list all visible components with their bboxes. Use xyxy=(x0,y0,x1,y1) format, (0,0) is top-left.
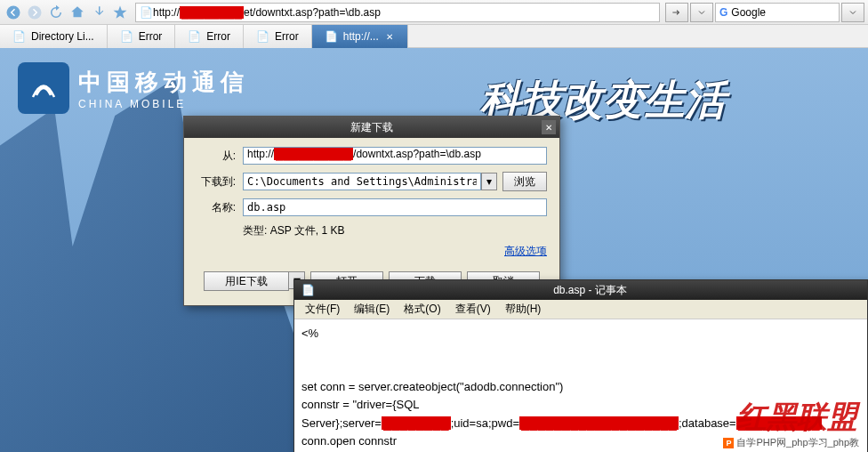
search-engine: Google xyxy=(731,6,766,19)
advanced-link[interactable]: 高级选项 xyxy=(197,244,547,259)
menu-format[interactable]: 格式(O) xyxy=(398,300,446,319)
page-icon: 📄 xyxy=(120,30,133,43)
tab-directory[interactable]: 📄Directory Li... xyxy=(0,25,108,48)
name-label: 名称: xyxy=(197,200,236,215)
url-prefix: http:// xyxy=(153,6,180,19)
google-icon: G xyxy=(719,6,727,19)
page-icon: 📄 xyxy=(325,30,338,43)
watermark-stamp: 红黑联盟 xyxy=(736,397,857,438)
config-button[interactable] xyxy=(690,3,713,22)
from-label: 从: xyxy=(197,149,236,164)
notepad-title: db.asp - 记事本 xyxy=(320,283,860,298)
svg-point-0 xyxy=(7,5,20,19)
logo-text-cn: 中国移动通信 xyxy=(78,67,249,98)
home-button[interactable] xyxy=(68,3,87,22)
type-value: ASP 文件, 1 KB xyxy=(270,224,345,237)
go-button[interactable] xyxy=(665,3,688,22)
name-input[interactable] xyxy=(243,198,547,216)
logo-text-en: CHINA MOBILE xyxy=(78,98,249,110)
search-config-button[interactable] xyxy=(841,3,864,22)
from-input[interactable]: http://██████████/downtxt.asp?path=\db.a… xyxy=(243,147,547,165)
page-content: 中国移动通信 CHINA MOBILE 科技改变生活 新建下载 ✕ 从: htt… xyxy=(0,48,868,452)
close-button[interactable]: ✕ xyxy=(542,120,556,134)
tab-error-1[interactable]: 📄Error xyxy=(108,25,176,48)
menu-edit[interactable]: 编辑(E) xyxy=(349,300,395,319)
tab-bar: 📄Directory Li... 📄Error 📄Error 📄Error 📄h… xyxy=(0,25,868,48)
address-bar[interactable]: 📄 http://████████et/downtxt.asp?path=\db… xyxy=(135,3,660,22)
url-suffix: et/downtxt.asp?path=\db.asp xyxy=(244,6,381,19)
close-icon[interactable]: ✕ xyxy=(384,31,395,42)
back-button[interactable] xyxy=(4,3,23,22)
page-icon: 📄 xyxy=(188,30,201,43)
url-redacted: ████████ xyxy=(180,6,244,19)
forward-button[interactable] xyxy=(25,3,44,22)
reload-button[interactable] xyxy=(46,3,66,22)
logo: 中国移动通信 CHINA MOBILE xyxy=(18,62,249,114)
notepad-icon: 📄 xyxy=(301,284,315,296)
to-input[interactable] xyxy=(243,173,481,190)
browser-toolbar: 📄 http://████████et/downtxt.asp?path=\db… xyxy=(0,0,868,25)
notepad-menu: 文件(F) 编辑(E) 格式(O) 查看(V) 帮助(H) xyxy=(294,300,867,319)
ie-download-button[interactable]: 用IE下载 xyxy=(204,271,289,291)
dialog-title-bar[interactable]: 新建下载 ✕ xyxy=(184,117,559,138)
svg-point-1 xyxy=(28,5,42,19)
download-dialog: 新建下载 ✕ 从: http://██████████/downtxt.asp?… xyxy=(183,116,560,306)
page-icon: 📄 xyxy=(140,6,153,19)
dialog-title: 新建下载 xyxy=(350,120,393,135)
notepad-title-bar[interactable]: 📄 db.asp - 记事本 xyxy=(294,280,867,300)
footer-icon: P xyxy=(723,438,734,448)
browse-button[interactable]: 浏览 xyxy=(502,172,547,191)
page-icon: 📄 xyxy=(12,30,26,43)
page-icon: 📄 xyxy=(256,30,269,43)
type-label: 类型: xyxy=(243,224,267,237)
to-label: 下载到: xyxy=(197,174,236,190)
tab-active[interactable]: 📄http://...✕ xyxy=(312,25,408,48)
favorite-button[interactable] xyxy=(110,3,130,22)
downloads-button[interactable] xyxy=(89,3,108,22)
menu-view[interactable]: 查看(V) xyxy=(450,300,496,319)
to-dropdown[interactable]: ▾ xyxy=(481,173,497,190)
menu-help[interactable]: 帮助(H) xyxy=(500,300,547,319)
logo-mark xyxy=(18,62,69,114)
search-box[interactable]: G Google xyxy=(715,3,840,22)
menu-file[interactable]: 文件(F) xyxy=(300,300,345,319)
url-input[interactable] xyxy=(381,6,655,19)
footer-link[interactable]: P 自学PHP网_php学习_php教 xyxy=(719,435,863,450)
tab-error-2[interactable]: 📄Error xyxy=(175,25,244,48)
tab-error-3[interactable]: 📄Error xyxy=(244,25,312,48)
